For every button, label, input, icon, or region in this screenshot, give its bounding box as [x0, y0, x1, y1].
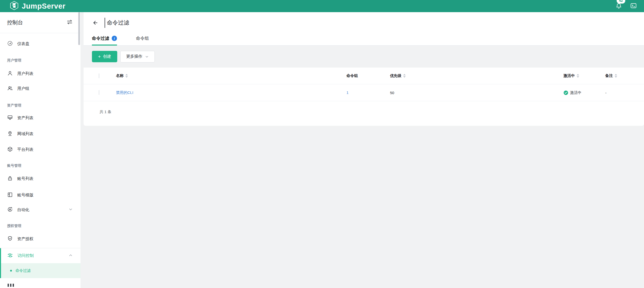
- toolbar: + 创建 更多操作: [84, 46, 644, 68]
- sidebar: 控制台 仪表盘 用户管理: [0, 12, 81, 288]
- dashboard-gauge-icon: [7, 40, 13, 47]
- select-all-checkbox[interactable]: [99, 73, 99, 78]
- sort-icon[interactable]: [125, 74, 128, 78]
- shield-check-icon: [7, 236, 13, 242]
- jumpserver-logo-icon: [9, 1, 19, 12]
- terminal-icon: [630, 2, 637, 10]
- sidebar-item-label: 自动化: [17, 207, 29, 213]
- row-command-group-link[interactable]: 1: [346, 90, 348, 95]
- sort-icon[interactable]: [615, 74, 617, 78]
- title-divider: [105, 18, 105, 28]
- main-content: 命令过滤 命令过滤 i 命令组 + 创建 更多操作: [84, 12, 644, 288]
- sidebar-item-label: 平台列表: [17, 147, 33, 152]
- sidebar-item-label: 仪表盘: [17, 41, 29, 47]
- column-header-priority[interactable]: 优先级: [390, 73, 563, 78]
- sidebar-section-users: 用户管理: [0, 58, 81, 63]
- monitor-icon: [7, 115, 13, 121]
- sidebar-item-platform-list[interactable]: 平台列表: [0, 145, 81, 155]
- row-note: -: [605, 91, 644, 95]
- chevron-up-icon: [68, 253, 73, 259]
- sidebar-section-assets: 资产管理: [0, 103, 81, 108]
- location-pin-icon: [7, 131, 13, 137]
- create-button[interactable]: + 创建: [92, 51, 117, 62]
- row-name-link[interactable]: 禁用的CLI: [116, 90, 133, 95]
- sidebar-item-user-list[interactable]: 用户列表: [0, 69, 81, 79]
- sidebar-item-account-list[interactable]: 账号列表: [0, 174, 81, 184]
- sidebar-item-asset-list[interactable]: 资产列表: [0, 113, 81, 123]
- sidebar-item-dashboard[interactable]: 仪表盘: [0, 39, 81, 49]
- chevron-down-icon: [145, 55, 149, 59]
- web-terminal-button[interactable]: [630, 0, 637, 12]
- page-header: 命令过滤 命令过滤 i 命令组: [84, 12, 644, 46]
- sidebar-item-account-templates[interactable]: 账号模版: [0, 190, 81, 200]
- notification-count-badge: 42: [617, 0, 625, 4]
- sidebar-item-label: 账号列表: [17, 176, 33, 181]
- tab-command-filter[interactable]: 命令过滤 i: [92, 35, 117, 46]
- tab-bar: 命令过滤 i 命令组: [92, 35, 149, 46]
- sidebar-scrollbar-thumb[interactable]: [78, 12, 80, 45]
- check-circle-icon: [563, 90, 568, 95]
- access-control-icon: [7, 252, 13, 259]
- column-header-active[interactable]: 激活中: [563, 73, 605, 78]
- sidebar-item-label: 访问控制: [17, 253, 34, 258]
- sidebar-section-accounts: 账号管理: [0, 163, 81, 168]
- sidebar-header: 控制台: [0, 12, 81, 33]
- page-title-row: 命令过滤: [84, 12, 644, 33]
- column-header-note[interactable]: 备注: [605, 73, 644, 78]
- sidebar-item-label: 资产列表: [17, 115, 33, 121]
- table-header-row: 名称 命令组 优先级 激活中 备注: [84, 68, 644, 84]
- sidebar-item-label: 账号模版: [17, 193, 33, 198]
- sidebar-item-user-groups[interactable]: 用户组: [0, 84, 81, 94]
- content-card: 名称 命令组 优先级 激活中 备注: [84, 68, 644, 126]
- sidebar-subitem-label: 命令过滤: [15, 268, 31, 273]
- bullet-icon: [10, 270, 12, 272]
- info-icon[interactable]: i: [112, 36, 117, 41]
- sidebar-item-domain-list[interactable]: 网域列表: [0, 129, 81, 139]
- jumpserver-app: JumpServer 42: [0, 0, 644, 288]
- tab-label: 命令组: [136, 35, 149, 41]
- user-group-icon: [7, 85, 13, 92]
- sidebar-item-asset-permissions[interactable]: 资产授权: [0, 234, 81, 244]
- row-active-label: 激活中: [570, 90, 581, 95]
- back-button[interactable]: [90, 18, 100, 28]
- lock-icon: [7, 175, 13, 182]
- sidebar-section-perms: 授权管理: [0, 224, 81, 228]
- sidebar-item-label: 用户组: [17, 86, 29, 91]
- sidebar-subitem-command-filter[interactable]: 命令过滤: [1, 263, 81, 278]
- sidebar-item-label: 网域列表: [17, 131, 33, 137]
- create-button-label: 创建: [103, 54, 111, 59]
- sidebar-item-access-control[interactable]: 访问控制: [1, 248, 81, 263]
- sort-icon[interactable]: [577, 74, 579, 78]
- chevron-down-icon: [68, 207, 73, 213]
- sidebar-item-partial[interactable]: [0, 284, 81, 287]
- cube-icon: [7, 146, 13, 153]
- row-priority: 50: [390, 91, 563, 95]
- row-checkbox[interactable]: [99, 90, 99, 95]
- column-header-command-group: 命令组: [346, 73, 390, 78]
- row-active-status: 激活中: [563, 90, 605, 95]
- topbar: JumpServer 42: [0, 0, 644, 12]
- brand-name: JumpServer: [22, 2, 66, 10]
- tab-label: 命令过滤: [92, 35, 109, 41]
- column-header-name[interactable]: 名称: [116, 73, 346, 78]
- tab-command-group[interactable]: 命令组: [136, 35, 149, 46]
- sort-icon[interactable]: [403, 74, 406, 78]
- table-row: 禁用的CLI 1 50 激活中 -: [84, 84, 644, 101]
- switch-console-icon[interactable]: [66, 19, 73, 26]
- more-actions-label: 更多操作: [126, 54, 142, 59]
- sidebar-item-label: 用户列表: [17, 71, 33, 76]
- sidebar-group-access-control: 访问控制 命令过滤: [0, 248, 81, 278]
- sidebar-title: 控制台: [7, 19, 23, 26]
- automation-icon: [7, 207, 13, 213]
- template-layout-icon: [7, 192, 13, 199]
- more-actions-button[interactable]: 更多操作: [120, 51, 155, 63]
- sidebar-menu: 仪表盘 用户管理 用户列表 用户组: [0, 39, 81, 287]
- brand-logo[interactable]: JumpServer: [9, 1, 66, 12]
- plus-icon: +: [98, 54, 101, 59]
- sidebar-item-label: 资产授权: [17, 236, 33, 242]
- sidebar-item-automation[interactable]: 自动化: [0, 205, 81, 215]
- page-title: 命令过滤: [107, 19, 129, 27]
- table-footer-count: 共 1 条: [84, 101, 644, 114]
- notifications-button[interactable]: 42: [615, 0, 622, 12]
- topbar-actions: 42: [615, 0, 637, 12]
